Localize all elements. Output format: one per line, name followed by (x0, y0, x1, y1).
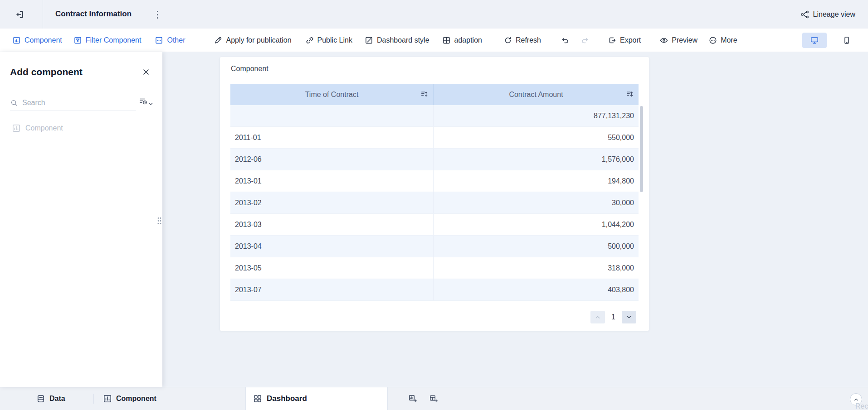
table-row: 877,131,230 (230, 105, 639, 127)
tab-dashboard-label: Dashboard (267, 394, 307, 403)
column-header-amount-label: Contract Amount (509, 91, 563, 99)
cell-time (230, 105, 434, 126)
tab-data[interactable]: Data (36, 394, 65, 403)
tab-component[interactable]: Component (103, 394, 156, 403)
component-item-label: Component (25, 124, 63, 132)
cell-amount: 318,000 (434, 257, 639, 279)
chart-icon (12, 124, 21, 133)
table-scrollbar[interactable] (640, 106, 643, 192)
card-title: Component (231, 65, 268, 73)
sort-icon[interactable] (626, 90, 634, 100)
bottombar-divider (93, 394, 94, 404)
mobile-view-button[interactable] (834, 33, 859, 48)
table-row: 2012-061,576,000 (230, 149, 639, 170)
pc-view-button[interactable] (802, 33, 827, 48)
column-header-amount: Contract Amount (434, 84, 639, 105)
toolbar-divider (495, 35, 495, 46)
add-chart-icon[interactable] (407, 393, 419, 405)
column-header-time: Time of Contract (230, 84, 434, 105)
exit-icon (15, 10, 24, 19)
preview-label: Preview (672, 36, 697, 44)
cell-amount: 877,131,230 (434, 105, 639, 126)
topbar-divider (43, 0, 43, 29)
dashboard-style-button[interactable]: Dashboard style (365, 36, 429, 45)
component-card: Component Time of Contract Contract Amou… (220, 57, 649, 331)
more-button[interactable]: More (708, 36, 737, 45)
cell-time: 2013-03 (230, 214, 434, 235)
cell-amount: 30,000 (434, 192, 639, 213)
dashboard-icon (253, 394, 262, 403)
lineage-icon (800, 10, 809, 19)
redo-button[interactable] (580, 36, 590, 45)
filter-history-button[interactable] (139, 96, 153, 106)
table-row: 2013-031,044,200 (230, 214, 639, 236)
lineage-view-button[interactable]: Lineage view (800, 8, 855, 20)
component-icon (12, 36, 21, 45)
dashboard-style-label: Dashboard style (377, 36, 429, 44)
link-icon (305, 36, 314, 45)
export-label: Export (620, 36, 641, 44)
cell-amount: 500,000 (434, 236, 639, 257)
sort-icon[interactable] (420, 90, 429, 100)
refresh-button[interactable]: Refresh (503, 36, 541, 45)
toolbar-filter-component-button[interactable]: Filter Component (73, 36, 141, 45)
apply-publication-label: Apply for publication (226, 36, 291, 44)
record-label: Record (855, 402, 868, 410)
refresh-label: Refresh (516, 36, 541, 44)
cell-time: 2012-06 (230, 149, 434, 170)
table-row: 2011-01550,000 (230, 127, 639, 149)
kebab-menu-icon[interactable] (154, 10, 161, 19)
add-table-icon[interactable] (428, 393, 439, 405)
toolbar-other-button[interactable]: Other (155, 36, 185, 45)
page-up-button[interactable] (590, 311, 605, 323)
export-button[interactable]: Export (608, 36, 641, 45)
style-wand-icon (365, 36, 374, 45)
preview-button[interactable]: Preview (659, 36, 697, 45)
toolbar-component-button[interactable]: Component (12, 36, 62, 45)
toolbar-filter-component-label: Filter Component (86, 36, 141, 44)
filter-clock-icon (139, 96, 148, 106)
table-row: 2013-01194,800 (230, 170, 639, 192)
adaption-button[interactable]: adaption (442, 36, 482, 45)
chevron-down-icon (625, 314, 633, 321)
toolbar-component-label: Component (24, 36, 62, 44)
public-link-button[interactable]: Public Link (305, 36, 352, 45)
panel-resize-handle[interactable] (156, 216, 162, 225)
chevron-down-icon (149, 102, 153, 106)
tab-dashboard[interactable]: Dashboard (245, 387, 388, 410)
data-table: Time of Contract Contract Amount (230, 84, 639, 301)
public-link-label: Public Link (317, 36, 352, 44)
column-header-time-label: Time of Contract (305, 91, 359, 99)
cell-amount: 1,576,000 (434, 149, 639, 170)
cell-time: 2013-02 (230, 192, 434, 213)
cell-time: 2013-04 (230, 236, 434, 257)
app-window: Contract Information Lineage view (0, 0, 868, 410)
page-down-button[interactable] (622, 311, 636, 323)
table-row: 2013-04500,000 (230, 236, 639, 257)
cell-amount: 403,800 (434, 279, 639, 300)
tab-component-label: Component (116, 395, 156, 403)
export-icon (608, 36, 617, 45)
component-list-item[interactable]: Component (12, 124, 63, 133)
close-icon[interactable] (142, 68, 150, 77)
cell-time: 2013-07 (230, 279, 434, 300)
table-body: 877,131,2302011-01550,0002012-061,576,00… (230, 105, 639, 301)
search-input[interactable] (22, 99, 122, 107)
database-icon (36, 394, 45, 403)
cell-time: 2013-01 (230, 170, 434, 192)
undo-button[interactable] (561, 36, 570, 45)
drag-dots-icon (157, 217, 162, 225)
search-icon (10, 99, 18, 107)
search-bar (10, 95, 136, 111)
phone-icon (842, 36, 851, 45)
apply-publication-button[interactable]: Apply for publication (214, 36, 291, 45)
toolbar-divider (598, 35, 598, 46)
more-ellipsis-icon (708, 36, 717, 45)
page-number: 1 (611, 313, 615, 321)
exit-editor-button[interactable] (14, 8, 26, 21)
filter-icon (73, 36, 83, 45)
other-icon (155, 36, 164, 45)
adaption-grid-icon (442, 36, 451, 45)
more-label: More (721, 36, 737, 44)
toolbar: Component Filter Component Other (0, 29, 868, 52)
